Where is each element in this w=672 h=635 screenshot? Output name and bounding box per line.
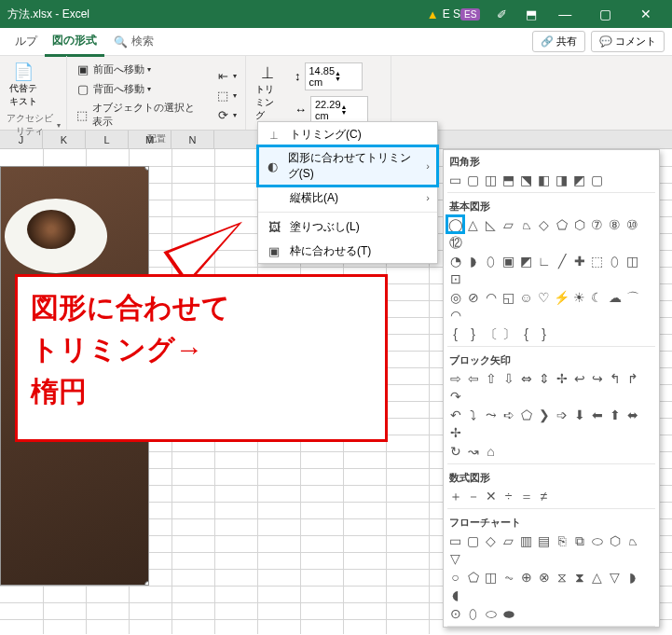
shape-right-triangle[interactable]: ◺ xyxy=(483,216,499,232)
shape-rounded-rect2[interactable]: ▢ xyxy=(589,172,605,187)
shape-moon[interactable]: ☾ xyxy=(589,289,605,305)
shape-smiley[interactable]: ☺ xyxy=(518,289,534,305)
shape-arrow-pentagon[interactable]: ⬠ xyxy=(518,407,534,422)
selection-pane-button[interactable]: ⬚オブジェクトの選択と表示 xyxy=(73,99,207,131)
user-badge[interactable]: ES xyxy=(460,8,480,21)
shape-fc-decision[interactable]: ◇ xyxy=(483,532,499,548)
shape-right-brace[interactable]: 〕 xyxy=(501,325,516,341)
menu-item-crop-to-shape[interactable]: ◐ 図形に合わせてトリミング(S) › xyxy=(258,146,437,186)
col-N[interactable]: N xyxy=(171,131,214,148)
shape-no-symbol[interactable]: ⊘ xyxy=(465,289,481,305)
shape-fc-or[interactable]: ⊗ xyxy=(536,569,552,585)
shape-plus[interactable]: ✚ xyxy=(571,253,587,269)
shape-fc-document[interactable]: ⎘ xyxy=(554,532,569,548)
shape-left-brace2[interactable]: { xyxy=(518,325,534,341)
shape-oval[interactable]: ◯ xyxy=(447,216,463,232)
menu-item-crop[interactable]: ⟂ トリミング(C) xyxy=(258,122,437,146)
tab-picture-format[interactable]: 図の形式 xyxy=(45,27,104,57)
shape-block-arc[interactable]: ◠ xyxy=(483,289,499,305)
shape-bevel[interactable]: ⊡ xyxy=(447,270,463,286)
shape-arrow-callout-q[interactable]: ✢ xyxy=(447,424,463,440)
shape-arrow-callout-u[interactable]: ⬆ xyxy=(607,407,623,422)
width-input[interactable]: 22.29 cm▲▼ xyxy=(310,96,368,124)
shape-arrow-down[interactable]: ⇩ xyxy=(501,370,516,386)
shape-arrow-callout-l[interactable]: ⬅ xyxy=(589,407,605,422)
shape-arrow-swoosh[interactable]: ↝ xyxy=(465,443,481,459)
shape-arrow-right[interactable]: ⇨ xyxy=(447,370,463,386)
shape-round2-rect[interactable]: ◨ xyxy=(554,172,569,187)
shape-snip-rect[interactable]: ◫ xyxy=(483,172,499,187)
shape-fc-sort[interactable]: ⧗ xyxy=(571,569,587,585)
height-input[interactable]: 14.85 cm▲▼ xyxy=(305,62,363,90)
menu-item-fit[interactable]: ▣ 枠に合わせる(T) xyxy=(258,239,437,263)
comment-button[interactable]: 💬 コメント xyxy=(591,31,665,52)
shape-fc-merge[interactable]: ▽ xyxy=(607,569,623,585)
shape-triangle[interactable]: △ xyxy=(465,216,481,232)
col-K[interactable]: K xyxy=(43,131,86,148)
shape-right-brace2[interactable]: } xyxy=(536,325,552,341)
shape-arrow-ud[interactable]: ⇕ xyxy=(536,370,552,386)
col-M[interactable]: M xyxy=(129,131,171,148)
shape-sun[interactable]: ☀ xyxy=(571,289,587,305)
shape-fc-card[interactable]: ◫ xyxy=(483,569,499,585)
shape-teardrop[interactable]: ⬯ xyxy=(483,253,499,269)
shape-fc-direct[interactable]: ⬭ xyxy=(483,605,499,621)
shape-fc-delay[interactable]: ◖ xyxy=(447,587,463,602)
shape-arrow-chevron[interactable]: ❯ xyxy=(536,407,552,422)
shape-arrow-up[interactable]: ⇧ xyxy=(483,370,499,386)
shape-fc-data[interactable]: ▱ xyxy=(501,532,516,548)
dialog-launcher-icon[interactable]: ▾ xyxy=(57,121,61,130)
shape-fc-process[interactable]: ▭ xyxy=(447,532,463,548)
shape-fc-tape[interactable]: ⏦ xyxy=(501,569,516,585)
shape-fc-internal[interactable]: ▤ xyxy=(536,532,552,548)
shape-diagonal-stripe[interactable]: ╱ xyxy=(554,253,569,269)
shape-arrow-left[interactable]: ⇦ xyxy=(465,370,481,386)
shape-arrow-bentup[interactable]: ↱ xyxy=(624,370,640,386)
shape-donut[interactable]: ◎ xyxy=(447,289,463,305)
shape-bracket[interactable]: ◠ xyxy=(447,307,463,323)
shape-round1-rect[interactable]: ◧ xyxy=(536,172,552,187)
shape-arrow-callout-d[interactable]: ⬇ xyxy=(571,407,587,422)
shape-fc-magnetic[interactable]: ⬯ xyxy=(465,605,481,621)
send-backward-button[interactable]: ▢背面へ移動▾ xyxy=(73,79,207,98)
shape-pie[interactable]: ◔ xyxy=(447,253,463,269)
shape-dodecagon[interactable]: ⑫ xyxy=(447,234,463,250)
shape-rectangle[interactable]: ▭ xyxy=(447,172,463,187)
shape-arrow-lr[interactable]: ⇔ xyxy=(518,370,534,386)
shape-snip2-rect[interactable]: ⬒ xyxy=(501,172,516,187)
shape-arrow-quad[interactable]: ✢ xyxy=(554,370,569,386)
shape-left-bracket[interactable]: { xyxy=(447,325,463,341)
shape-half-frame[interactable]: ◩ xyxy=(518,253,534,269)
menu-item-fill[interactable]: 🖼 塗りつぶし(L) xyxy=(258,214,437,239)
shape-left-brace[interactable]: 〔 xyxy=(483,325,499,341)
shape-equal[interactable]: ＝ xyxy=(518,488,534,504)
shape-right-bracket[interactable]: } xyxy=(465,325,481,341)
shape-minus[interactable]: － xyxy=(465,488,481,504)
shape-pentagon[interactable]: ⬠ xyxy=(554,216,569,232)
shape-parallelogram[interactable]: ▱ xyxy=(501,216,516,232)
shape-chord[interactable]: ◗ xyxy=(465,253,481,269)
search-box[interactable]: 🔍 検索 xyxy=(114,34,154,49)
close-button[interactable]: ✕ xyxy=(627,7,665,21)
col-L[interactable]: L xyxy=(86,131,129,148)
shape-plus[interactable]: ＋ xyxy=(447,488,463,504)
shape-octagon[interactable]: ⑧ xyxy=(607,216,623,232)
minimize-button[interactable]: — xyxy=(546,7,583,21)
shape-fc-junction[interactable]: ⊕ xyxy=(518,569,534,585)
shape-can[interactable]: ⬯ xyxy=(607,253,623,269)
rotate-button[interactable]: ⟳▾ xyxy=(213,105,240,124)
shape-arrow-circular[interactable]: ↻ xyxy=(447,443,463,459)
shape-decagon[interactable]: ⑩ xyxy=(624,216,640,232)
shape-rounded-rect[interactable]: ▢ xyxy=(465,172,481,187)
align-button[interactable]: ⇤▾ xyxy=(213,66,240,85)
shape-fc-alt[interactable]: ▢ xyxy=(465,532,481,548)
shape-cloud[interactable]: ☁ xyxy=(607,289,623,305)
shape-hexagon[interactable]: ⬡ xyxy=(571,216,587,232)
shape-fc-multidoc[interactable]: ⧉ xyxy=(571,532,587,548)
shape-trapezoid[interactable]: ⏢ xyxy=(518,216,534,232)
shape-cube[interactable]: ◫ xyxy=(624,253,640,269)
shape-arc[interactable]: ⌒ xyxy=(624,289,640,305)
shape-arrow-uturn[interactable]: ↪ xyxy=(589,370,605,386)
shape-fc-stored[interactable]: ◗ xyxy=(624,569,640,585)
shape-not-equal[interactable]: ≠ xyxy=(536,488,552,504)
